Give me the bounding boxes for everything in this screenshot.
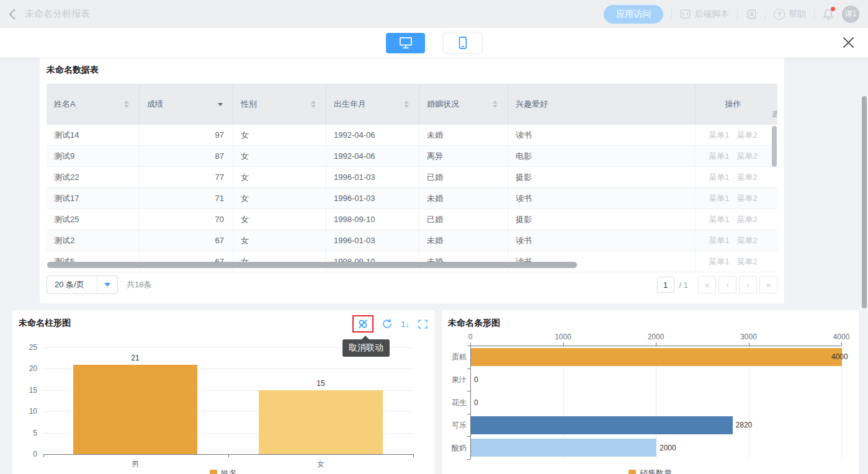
action-link[interactable]: 菜单2 [737,172,758,183]
action-cell: 菜单1菜单2 [696,230,771,251]
table-row[interactable]: 测试1771女1996-01-03未婚读书菜单1菜单2 [47,188,777,209]
column-label: 兴趣爱好 [516,99,548,110]
user-avatar[interactable]: 谭1 [842,6,859,23]
bar-蛋糕[interactable] [471,348,842,366]
divider [671,9,672,19]
table-row[interactable]: 测试2277女1996-01-03已婚摄影菜单1菜单2 [47,167,777,188]
close-button[interactable] [842,36,855,51]
bar-value-label: 0 [474,398,478,407]
action-link[interactable]: 菜单1 [709,151,729,162]
column-header-3[interactable]: 性别 [233,84,326,125]
sort-icons[interactable] [124,101,132,108]
axis-tick [43,454,44,457]
table-row[interactable]: 测试2570女1998-09-10已婚摄影菜单1菜单2 [47,209,777,230]
sort-button[interactable]: 1↓ [401,320,409,329]
sort-icon: 1↓ [401,320,409,329]
table-row[interactable]: 测试267女1996-01-03未婚读书菜单1菜单2 [47,230,777,251]
axis-tick [413,454,414,457]
table-row[interactable]: 测试1497女1992-04-06未婚读书菜单1菜单2 [47,125,777,146]
first-page-button[interactable]: « [698,276,716,293]
monitor-icon [399,37,413,50]
table-cell: 女 [233,188,326,208]
sort-icons[interactable] [218,103,225,106]
action-cell: 菜单1菜单2 [696,209,771,230]
table-body: 测试1497女1992-04-06未婚读书菜单1菜单2测试987女1992-04… [47,125,777,272]
table-horizontal-scrollbar[interactable] [47,262,577,268]
column-label: 姓名A [54,99,76,110]
desktop-preview-button[interactable] [386,33,425,53]
unlink-button[interactable] [357,318,369,330]
page-scrollbar[interactable] [862,96,867,308]
column-header-2[interactable]: 成绩 [140,84,233,125]
bar-chart: 01000200030004000蛋糕4000果汁0花生0可乐2820酸奶200… [442,310,859,474]
bar-chart-panel: 未命名条形图 01000200030004000蛋糕4000果汁0花生0可乐28… [442,310,859,474]
table-row[interactable]: 测试987女1992-04-06离异电影菜单1菜单2 [47,146,777,167]
close-icon [842,36,855,49]
column-header-7: 操作 [696,84,771,125]
action-link[interactable]: 菜单2 [737,214,758,225]
table-cell: 1992-04-06 [326,125,419,145]
backend-script-button[interactable]: 后端脚本 [680,9,729,20]
column-header-4[interactable]: 出生年月 [326,84,419,125]
action-link[interactable]: 菜单2 [737,256,758,267]
unlink-highlight-box [352,315,374,333]
action-link[interactable]: 菜单2 [737,193,758,204]
bar-value-label: 2820 [736,421,753,429]
contacts-button[interactable] [746,9,757,20]
action-link[interactable]: 菜单2 [737,235,758,246]
preview-toolbar [0,28,868,58]
refresh-button[interactable] [382,318,393,329]
mobile-preview-button[interactable] [443,33,482,53]
last-page-button[interactable]: » [759,276,777,293]
action-link[interactable]: 菜单1 [709,130,729,141]
bar-男[interactable] [73,365,197,454]
table-cell: 未婚 [419,125,508,145]
notification-bell-button[interactable] [823,8,834,20]
table-cell: 女 [233,125,326,145]
bar-value-label: 15 [308,379,333,388]
sort-icons[interactable] [404,101,411,108]
app-access-button[interactable]: 应用访问 [604,5,663,24]
x-axis-tick: 2000 [637,333,674,341]
table-cell: 1996-01-03 [326,167,419,187]
action-link[interactable]: 菜单1 [709,256,729,267]
help-button[interactable]: ? 帮助 [774,9,806,20]
last-page-icon: » [766,280,771,290]
page-input[interactable] [657,277,674,293]
chevron-left-icon [9,8,16,20]
x-axis-tick: 4000 [823,333,860,341]
bar-value-label: 4000 [831,352,848,361]
sort-icons[interactable] [311,101,318,108]
action-link[interactable]: 菜单2 [737,130,758,141]
action-link[interactable]: 菜单1 [709,172,729,183]
axis-tick [467,391,470,391]
bar-女[interactable] [259,390,383,454]
column-header-5[interactable]: 婚姻状况 [419,84,508,125]
legend-item[interactable]: 销售数量 [629,468,672,474]
sort-desc-icon [124,105,129,108]
prev-page-button[interactable]: ‹ [718,276,736,293]
chart-legend: 销售数量 [442,468,859,474]
page-size-select[interactable]: 20 条/页 [47,275,118,294]
action-link[interactable]: 菜单1 [709,235,729,246]
table-cell: 已婚 [419,167,508,187]
next-page-button[interactable]: › [739,276,757,293]
data-table: 姓名A成绩性别出生年月婚姻状况兴趣爱好操作 测试1497女1992-04-06未… [47,84,777,270]
action-link[interactable]: 菜单2 [737,151,758,162]
action-link[interactable]: 菜单1 [709,214,729,225]
tooltip-arrow [362,336,369,339]
action-link[interactable]: 菜单1 [709,193,729,204]
bar-酸奶[interactable] [471,439,656,457]
bar-可乐[interactable] [471,416,733,434]
axis-tick [467,414,470,414]
back-button[interactable] [9,8,16,20]
refresh-icon [382,318,393,329]
column-header-1[interactable]: 姓名A [47,84,140,125]
table-vertical-scrollbar[interactable] [772,126,777,167]
sort-icons[interactable] [493,101,500,108]
table-cell: 1996-01-03 [326,188,419,208]
fullscreen-button[interactable] [418,319,428,329]
table-cell: 70 [140,209,233,230]
legend-item[interactable]: 姓名 [210,468,237,474]
column-label: 婚姻状况 [427,99,459,110]
